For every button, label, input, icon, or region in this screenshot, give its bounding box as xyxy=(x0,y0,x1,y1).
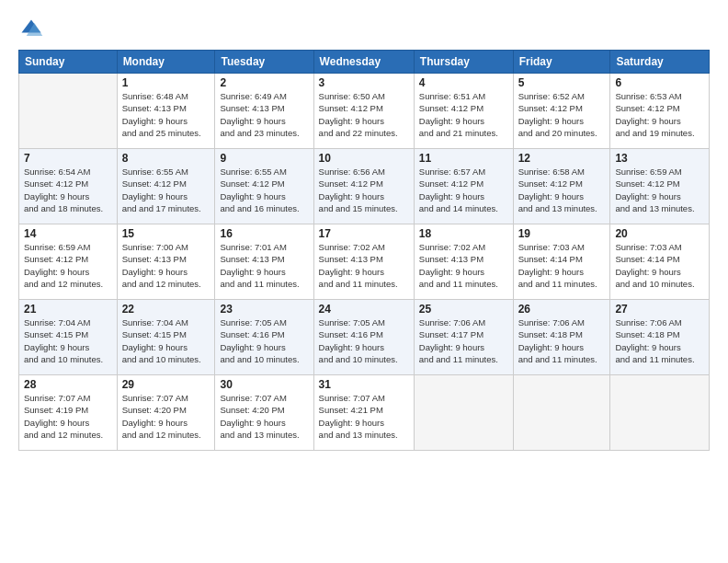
header xyxy=(18,17,710,42)
day-number: 24 xyxy=(319,303,409,316)
day-info: Sunrise: 6:53 AM Sunset: 4:12 PM Dayligh… xyxy=(615,90,704,139)
calendar-cell: 19Sunrise: 7:03 AM Sunset: 4:14 PM Dayli… xyxy=(513,224,610,300)
day-info: Sunrise: 6:51 AM Sunset: 4:12 PM Dayligh… xyxy=(419,90,508,139)
day-number: 8 xyxy=(122,152,210,165)
day-number: 22 xyxy=(122,303,210,316)
day-number: 17 xyxy=(319,227,409,240)
calendar-cell: 31Sunrise: 7:07 AM Sunset: 4:21 PM Dayli… xyxy=(313,375,414,451)
calendar-cell: 20Sunrise: 7:03 AM Sunset: 4:14 PM Dayli… xyxy=(610,224,710,300)
calendar-cell: 11Sunrise: 6:57 AM Sunset: 4:12 PM Dayli… xyxy=(414,149,513,224)
day-number: 3 xyxy=(319,76,409,89)
calendar-cell: 12Sunrise: 6:58 AM Sunset: 4:12 PM Dayli… xyxy=(513,149,610,224)
day-info: Sunrise: 6:59 AM Sunset: 4:12 PM Dayligh… xyxy=(24,241,112,290)
day-info: Sunrise: 7:02 AM Sunset: 4:13 PM Dayligh… xyxy=(419,241,508,290)
day-info: Sunrise: 6:49 AM Sunset: 4:13 PM Dayligh… xyxy=(220,90,308,139)
day-info: Sunrise: 7:04 AM Sunset: 4:15 PM Dayligh… xyxy=(24,316,112,365)
day-info: Sunrise: 7:03 AM Sunset: 4:14 PM Dayligh… xyxy=(518,241,606,290)
day-number: 23 xyxy=(220,303,308,316)
day-info: Sunrise: 7:04 AM Sunset: 4:15 PM Dayligh… xyxy=(122,316,210,365)
day-number: 26 xyxy=(518,303,606,316)
calendar-week-row: 21Sunrise: 7:04 AM Sunset: 4:15 PM Dayli… xyxy=(19,300,710,375)
day-number: 25 xyxy=(419,303,508,316)
day-info: Sunrise: 7:01 AM Sunset: 4:13 PM Dayligh… xyxy=(220,241,308,290)
calendar-week-row: 7Sunrise: 6:54 AM Sunset: 4:12 PM Daylig… xyxy=(19,149,710,224)
header-day-friday: Friday xyxy=(513,51,610,74)
calendar-cell: 13Sunrise: 6:59 AM Sunset: 4:12 PM Dayli… xyxy=(610,149,710,224)
day-info: Sunrise: 6:56 AM Sunset: 4:12 PM Dayligh… xyxy=(319,166,409,214)
day-info: Sunrise: 7:02 AM Sunset: 4:13 PM Dayligh… xyxy=(319,241,409,290)
header-day-tuesday: Tuesday xyxy=(215,51,313,74)
calendar-cell: 14Sunrise: 6:59 AM Sunset: 4:12 PM Dayli… xyxy=(19,224,118,300)
calendar-cell: 3Sunrise: 6:50 AM Sunset: 4:12 PM Daylig… xyxy=(313,74,414,149)
calendar-cell: 28Sunrise: 7:07 AM Sunset: 4:19 PM Dayli… xyxy=(19,375,118,451)
day-number: 14 xyxy=(24,227,112,240)
calendar-cell xyxy=(414,375,513,451)
day-info: Sunrise: 7:07 AM Sunset: 4:20 PM Dayligh… xyxy=(220,392,308,441)
day-number: 21 xyxy=(24,303,112,316)
day-info: Sunrise: 6:52 AM Sunset: 4:12 PM Dayligh… xyxy=(518,90,606,139)
day-number: 9 xyxy=(220,152,308,165)
calendar-week-row: 1Sunrise: 6:48 AM Sunset: 4:13 PM Daylig… xyxy=(19,74,710,149)
header-day-saturday: Saturday xyxy=(610,51,710,74)
day-info: Sunrise: 6:58 AM Sunset: 4:12 PM Dayligh… xyxy=(518,166,606,214)
day-info: Sunrise: 7:03 AM Sunset: 4:14 PM Dayligh… xyxy=(615,241,704,290)
header-day-wednesday: Wednesday xyxy=(313,51,414,74)
calendar-cell: 15Sunrise: 7:00 AM Sunset: 4:13 PM Dayli… xyxy=(117,224,215,300)
calendar-cell: 4Sunrise: 6:51 AM Sunset: 4:12 PM Daylig… xyxy=(414,74,513,149)
calendar-cell: 10Sunrise: 6:56 AM Sunset: 4:12 PM Dayli… xyxy=(313,149,414,224)
header-day-thursday: Thursday xyxy=(414,51,513,74)
calendar-cell: 9Sunrise: 6:55 AM Sunset: 4:12 PM Daylig… xyxy=(215,149,313,224)
day-number: 29 xyxy=(122,378,210,391)
day-info: Sunrise: 6:55 AM Sunset: 4:12 PM Dayligh… xyxy=(220,166,308,214)
day-number: 20 xyxy=(615,227,704,240)
calendar-cell xyxy=(610,375,710,451)
day-number: 18 xyxy=(419,227,508,240)
calendar-cell: 16Sunrise: 7:01 AM Sunset: 4:13 PM Dayli… xyxy=(215,224,313,300)
day-number: 5 xyxy=(518,76,606,89)
header-day-monday: Monday xyxy=(117,51,215,74)
day-number: 28 xyxy=(24,378,112,391)
day-info: Sunrise: 6:57 AM Sunset: 4:12 PM Dayligh… xyxy=(419,166,508,214)
day-info: Sunrise: 7:06 AM Sunset: 4:18 PM Dayligh… xyxy=(615,316,704,365)
day-info: Sunrise: 7:07 AM Sunset: 4:19 PM Dayligh… xyxy=(24,392,112,441)
day-number: 7 xyxy=(24,152,112,165)
calendar-cell xyxy=(19,74,118,149)
calendar-cell: 8Sunrise: 6:55 AM Sunset: 4:12 PM Daylig… xyxy=(117,149,215,224)
calendar-week-row: 28Sunrise: 7:07 AM Sunset: 4:19 PM Dayli… xyxy=(19,375,710,451)
day-info: Sunrise: 6:55 AM Sunset: 4:12 PM Dayligh… xyxy=(122,166,210,214)
day-number: 30 xyxy=(220,378,308,391)
logo-icon xyxy=(18,17,44,42)
day-number: 27 xyxy=(615,303,704,316)
day-number: 4 xyxy=(419,76,508,89)
logo xyxy=(18,17,48,42)
day-info: Sunrise: 7:06 AM Sunset: 4:17 PM Dayligh… xyxy=(419,316,508,365)
day-number: 19 xyxy=(518,227,606,240)
calendar-cell: 1Sunrise: 6:48 AM Sunset: 4:13 PM Daylig… xyxy=(117,74,215,149)
day-info: Sunrise: 7:00 AM Sunset: 4:13 PM Dayligh… xyxy=(122,241,210,290)
calendar-cell: 24Sunrise: 7:05 AM Sunset: 4:16 PM Dayli… xyxy=(313,300,414,375)
calendar-cell: 21Sunrise: 7:04 AM Sunset: 4:15 PM Dayli… xyxy=(19,300,118,375)
calendar-cell: 18Sunrise: 7:02 AM Sunset: 4:13 PM Dayli… xyxy=(414,224,513,300)
page: SundayMondayTuesdayWednesdayThursdayFrid… xyxy=(0,0,728,563)
day-number: 13 xyxy=(615,152,704,165)
calendar-cell: 5Sunrise: 6:52 AM Sunset: 4:12 PM Daylig… xyxy=(513,74,610,149)
calendar-cell: 23Sunrise: 7:05 AM Sunset: 4:16 PM Dayli… xyxy=(215,300,313,375)
header-day-sunday: Sunday xyxy=(19,51,118,74)
calendar-cell: 17Sunrise: 7:02 AM Sunset: 4:13 PM Dayli… xyxy=(313,224,414,300)
day-info: Sunrise: 6:48 AM Sunset: 4:13 PM Dayligh… xyxy=(122,90,210,139)
day-info: Sunrise: 6:50 AM Sunset: 4:12 PM Dayligh… xyxy=(319,90,409,139)
day-number: 31 xyxy=(319,378,409,391)
day-number: 12 xyxy=(518,152,606,165)
day-info: Sunrise: 7:05 AM Sunset: 4:16 PM Dayligh… xyxy=(220,316,308,365)
day-info: Sunrise: 7:06 AM Sunset: 4:18 PM Dayligh… xyxy=(518,316,606,365)
calendar-cell: 30Sunrise: 7:07 AM Sunset: 4:20 PM Dayli… xyxy=(215,375,313,451)
day-info: Sunrise: 7:07 AM Sunset: 4:21 PM Dayligh… xyxy=(319,392,409,441)
calendar-cell: 2Sunrise: 6:49 AM Sunset: 4:13 PM Daylig… xyxy=(215,74,313,149)
day-info: Sunrise: 6:59 AM Sunset: 4:12 PM Dayligh… xyxy=(615,166,704,214)
day-number: 2 xyxy=(220,76,308,89)
calendar-cell: 25Sunrise: 7:06 AM Sunset: 4:17 PM Dayli… xyxy=(414,300,513,375)
day-info: Sunrise: 6:54 AM Sunset: 4:12 PM Dayligh… xyxy=(24,166,112,214)
day-number: 11 xyxy=(419,152,508,165)
calendar-table: SundayMondayTuesdayWednesdayThursdayFrid… xyxy=(18,50,710,451)
day-info: Sunrise: 7:05 AM Sunset: 4:16 PM Dayligh… xyxy=(319,316,409,365)
